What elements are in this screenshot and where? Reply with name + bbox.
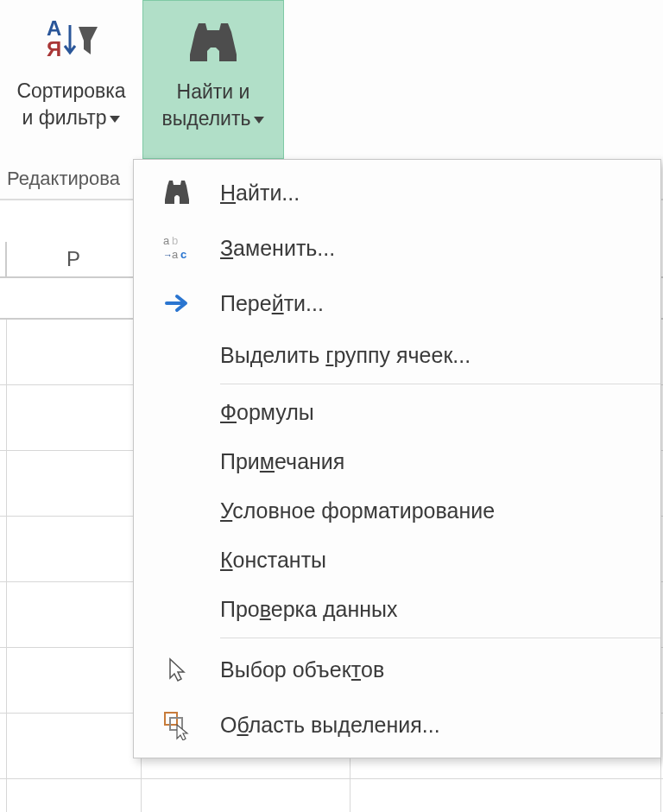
menu-item-label: Константы (220, 548, 650, 573)
menu-item-12[interactable]: Область выделения... (134, 697, 660, 752)
column-header-p[interactable]: P (7, 242, 142, 276)
svg-rect-2 (209, 37, 218, 44)
menu-item-1[interactable]: ab→acЗаменить... (134, 220, 660, 276)
svg-text:b: b (172, 234, 178, 247)
menu-item-9[interactable]: Проверка данных (134, 585, 660, 634)
menu-item-label: Найти... (220, 181, 650, 206)
sort-filter-button[interactable]: А Я Сортировка и фильтр (0, 0, 142, 159)
cursor-icon (134, 654, 220, 685)
menu-item-label: Перейти... (220, 291, 650, 316)
grid-row[interactable] (0, 779, 663, 812)
ribbon-group-label: Редактирова (7, 168, 120, 190)
svg-text:Я: Я (47, 37, 61, 60)
menu-item-3[interactable]: Выделить группу ячеек... (134, 331, 660, 380)
replace-icon: ab→ac (134, 232, 220, 263)
menu-item-2[interactable]: Перейти... (134, 276, 660, 331)
menu-item-11[interactable]: Выбор объектов (134, 642, 660, 697)
menu-item-label: Примечания (220, 449, 650, 474)
binoculars-icon (134, 177, 220, 208)
menu-item-label: Выделить группу ячеек... (220, 343, 650, 368)
find-select-label: Найти и выделить (162, 79, 265, 132)
svg-text:А: А (47, 16, 61, 40)
chevron-down-icon (110, 116, 120, 123)
sort-filter-icon: А Я (44, 10, 99, 71)
menu-item-6[interactable]: Примечания (134, 437, 660, 486)
menu-item-label: Заменить... (220, 236, 650, 261)
menu-item-label: Выбор объектов (220, 657, 650, 682)
svg-text:a: a (172, 248, 179, 261)
svg-text:a: a (163, 234, 170, 247)
menu-separator (220, 384, 660, 384)
menu-item-label: Проверка данных (220, 597, 650, 622)
find-select-dropdown-menu: Найти...ab→acЗаменить...Перейти...Выдели… (133, 159, 661, 758)
arrow-icon (134, 288, 220, 319)
menu-item-0[interactable]: Найти... (134, 165, 660, 220)
column-header[interactable] (0, 242, 7, 276)
menu-item-label: Условное форматирование (220, 498, 650, 523)
svg-text:c: c (180, 248, 186, 261)
binoculars-icon (183, 11, 243, 72)
menu-separator (220, 638, 660, 638)
menu-item-5[interactable]: Формулы (134, 388, 660, 437)
chevron-down-icon (254, 117, 264, 124)
menu-item-label: Формулы (220, 400, 650, 425)
menu-item-7[interactable]: Условное форматирование (134, 486, 660, 536)
sort-filter-label: Сортировка и фильтр (16, 78, 125, 131)
selection-pane-icon (134, 709, 220, 740)
menu-item-label: Область выделения... (220, 713, 650, 738)
menu-item-8[interactable]: Константы (134, 536, 660, 585)
find-select-button[interactable]: Найти и выделить (142, 0, 284, 159)
